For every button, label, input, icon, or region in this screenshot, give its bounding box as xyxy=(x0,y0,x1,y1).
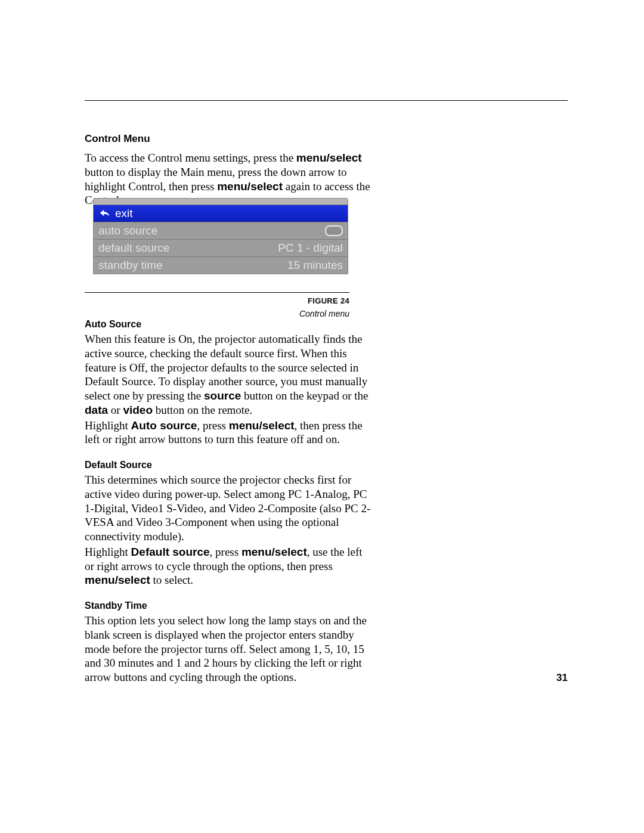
text-bold: menu/select xyxy=(217,180,283,193)
text-bold: menu/select xyxy=(242,546,307,558)
text: button on the keypad or the xyxy=(241,389,368,402)
text: Highlight xyxy=(85,546,131,558)
text-bold: menu/select xyxy=(296,151,362,164)
text: To access the Control menu settings, pre… xyxy=(85,151,296,164)
figure-caption: Control menu xyxy=(85,309,349,318)
toggle-icon[interactable] xyxy=(325,225,343,236)
text-bold: Auto source xyxy=(131,419,197,432)
osd-row-auto-source[interactable]: auto source xyxy=(94,222,348,240)
manual-page: Control Menu To access the Control menu … xyxy=(0,0,644,833)
body-sections: Auto Source When this feature is On, the… xyxy=(85,319,372,685)
osd-row-exit[interactable]: exit xyxy=(94,205,348,222)
osd-label: auto source xyxy=(98,224,157,237)
osd-value: 15 minutes xyxy=(287,259,343,272)
text-bold: menu/select xyxy=(229,419,295,432)
text: button on the remote. xyxy=(153,404,252,416)
text-bold: Default source xyxy=(131,546,210,558)
osd-label: standby time xyxy=(98,259,163,272)
osd-value: PC 1 - digital xyxy=(278,241,343,255)
osd-figure: exit auto source default source PC 1 - d… xyxy=(93,198,348,274)
default-source-p2: Highlight Default source, press menu/sel… xyxy=(85,545,372,587)
figure-rule xyxy=(85,292,349,293)
osd-label: default source xyxy=(98,241,169,255)
osd-topbar xyxy=(94,199,348,205)
text-bold: data xyxy=(85,404,108,416)
osd-exit-label: exit xyxy=(115,207,133,220)
text: to select. xyxy=(150,574,193,586)
heading-control-menu: Control Menu xyxy=(85,133,372,145)
back-arrow-icon xyxy=(98,208,112,219)
page-number: 31 xyxy=(556,672,568,684)
heading-standby-time: Standby Time xyxy=(85,600,372,611)
top-rule xyxy=(85,100,568,101)
text-bold: video xyxy=(123,404,153,416)
figure-meta: FIGURE 24 Control menu xyxy=(85,283,349,318)
default-source-p1: This determines which source the project… xyxy=(85,473,372,544)
text-bold: menu/select xyxy=(85,574,150,586)
heading-default-source: Default Source xyxy=(85,460,372,470)
text: , press xyxy=(197,419,228,432)
heading-auto-source: Auto Source xyxy=(85,319,372,330)
auto-source-p2: Highlight Auto source, press menu/select… xyxy=(85,419,372,447)
text: or xyxy=(108,404,123,416)
osd-panel: exit auto source default source PC 1 - d… xyxy=(93,198,348,274)
figure-label: FIGURE 24 xyxy=(85,296,349,305)
text-bold: source xyxy=(204,389,241,402)
osd-row-standby-time[interactable]: standby time 15 minutes xyxy=(94,257,348,274)
osd-row-default-source[interactable]: default source PC 1 - digital xyxy=(94,240,348,257)
content-column: Control Menu To access the Control menu … xyxy=(85,133,372,208)
standby-time-p1: This option lets you select how long the… xyxy=(85,614,372,685)
text: Highlight xyxy=(85,419,131,432)
text: , press xyxy=(210,546,242,558)
auto-source-p1: When this feature is On, the projector a… xyxy=(85,332,372,417)
